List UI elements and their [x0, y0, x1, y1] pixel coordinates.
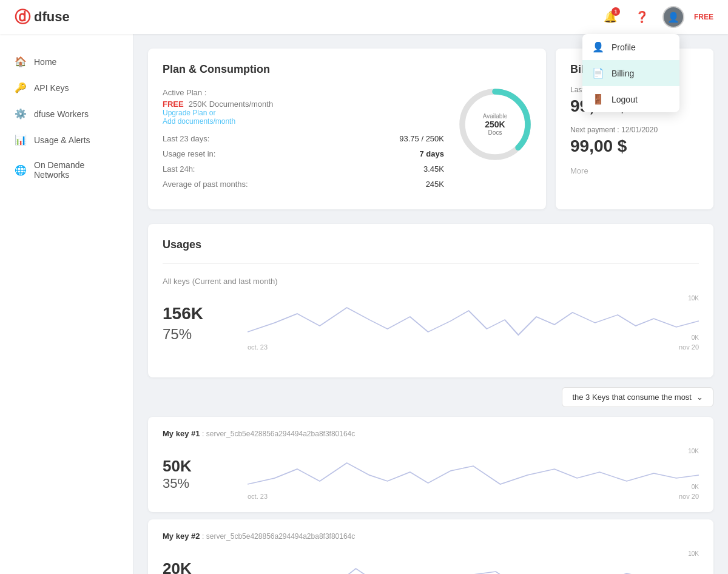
- help-icon: ❓: [635, 10, 649, 24]
- filter-button[interactable]: the 3 Keys that consume the most ⌄: [562, 387, 713, 407]
- api-keys-icon: 🔑: [15, 82, 27, 93]
- key-value-key2: 20K: [163, 559, 248, 575]
- all-keys-chart-labels: oct. 23 nov 20: [248, 343, 699, 351]
- donut-unit: Docs: [483, 129, 507, 136]
- all-keys-label: All keys: [163, 277, 190, 286]
- filter-label: the 3 Keys that consume the most: [572, 393, 692, 402]
- active-plan-label: Active Plan :: [163, 88, 444, 97]
- billing-next-label: Next payment : 12/01/2020: [570, 126, 699, 134]
- usages-card: Usages All keys (Current and last month)…: [148, 224, 713, 377]
- nav-actions: 🔔 1 ❓ 👤 FREE: [599, 6, 713, 28]
- dfuse-workers-icon: ⚙️: [15, 108, 27, 120]
- all-keys-y-top: 10K: [688, 295, 699, 302]
- active-plan-section: Active Plan : FREE 250K Documents/month …: [163, 88, 444, 126]
- logo: ⓓ dfuse: [15, 7, 70, 28]
- dropdown-item-profile[interactable]: 👤 Profile: [582, 34, 679, 60]
- reset-row: Usage reset in: 7 days: [163, 149, 444, 158]
- sidebar: 🏠 Home 🔑 API Keys ⚙️ dfuse Workers 📊 Usa…: [0, 34, 133, 574]
- app-name: dfuse: [34, 9, 70, 25]
- sidebar-item-home[interactable]: 🏠 Home: [0, 49, 133, 75]
- upgrade-plan-link[interactable]: Upgrade Plan or: [163, 109, 444, 117]
- key-y-top-key1: 10K: [688, 448, 699, 454]
- key-section-key1: My key #1 : server_5cb5e428856a294494a2b…: [148, 417, 713, 512]
- avatar-button[interactable]: 👤: [662, 6, 684, 28]
- dropdown-item-logout[interactable]: 🚪 Logout: [582, 86, 679, 112]
- all-keys-x-end: nov 20: [679, 343, 699, 351]
- all-keys-chart: 10K 0K: [248, 295, 699, 341]
- key-chart-area-key2: 10K 0K oct. 23 nov 20: [248, 550, 699, 574]
- keys-container: My key #1 : server_5cb5e428856a294494a2b…: [148, 417, 713, 574]
- donut-value: 250K: [483, 120, 507, 129]
- last-23-days-row: Last 23 days: 93.75 / 250K: [163, 134, 444, 143]
- sidebar-item-usage-alerts-label: Usage & Alerts: [34, 135, 90, 145]
- last-23-days-value: 93.75 / 250K: [399, 134, 444, 143]
- help-button[interactable]: ❓: [631, 6, 653, 28]
- key-row-key1: 50K 35% 10K 0K oct. 23 nov 20: [163, 448, 699, 500]
- all-keys-row: 156K 75% 10K 0K: [163, 295, 699, 351]
- all-keys-percent: 75%: [163, 326, 248, 343]
- sidebar-item-api-keys[interactable]: 🔑 API Keys: [0, 75, 133, 101]
- add-docs-link[interactable]: Add documents/month: [163, 117, 444, 126]
- all-keys-sub: (Current and last month): [192, 277, 278, 286]
- all-keys-chart-area: 10K 0K oct. 23 nov 20: [248, 295, 699, 351]
- plan-card: Plan & Consumption Active Plan : FREE 25…: [148, 49, 546, 209]
- key-section-key2: My key #2 : server_5cb5e428856a294494a2b…: [148, 519, 713, 574]
- key-percent-key1: 35%: [163, 476, 248, 491]
- key-chart-labels-key1: oct. 23 nov 20: [248, 493, 699, 500]
- last-23-days-label: Last 23 days:: [163, 134, 209, 143]
- key-value-key1: 50K: [163, 457, 248, 476]
- layout: 🏠 Home 🔑 API Keys ⚙️ dfuse Workers 📊 Usa…: [0, 34, 728, 574]
- sidebar-item-home-label: Home: [34, 57, 56, 67]
- key-row-key2: 20K 17% 10K 0K oct. 23 nov 20: [163, 550, 699, 574]
- sidebar-item-dfuse-workers[interactable]: ⚙️ dfuse Workers: [0, 101, 133, 127]
- key-stats-key1: 50K 35%: [163, 457, 248, 491]
- avg-value: 245K: [426, 180, 444, 189]
- dropdown-item-billing[interactable]: 📄 Billing: [582, 60, 679, 86]
- key-x-end-key1: nov 20: [679, 493, 699, 500]
- avg-row: Average of past months: 245K: [163, 180, 444, 189]
- usage-alerts-icon: 📊: [15, 134, 27, 146]
- free-badge: FREE: [694, 13, 713, 21]
- key-y-top-key2: 10K: [688, 550, 699, 557]
- filter-chevron-icon: ⌄: [696, 393, 703, 402]
- billing-next-amount: 99,00 $: [570, 137, 699, 156]
- billing-icon: 📄: [592, 67, 604, 79]
- sidebar-item-usage-alerts[interactable]: 📊 Usage & Alerts: [0, 127, 133, 153]
- on-demand-networks-icon: 🌐: [15, 164, 27, 176]
- plan-card-inner: Active Plan : FREE 250K Documents/month …: [163, 88, 531, 195]
- key-header-key1: My key #1 : server_5cb5e428856a294494a2b…: [163, 429, 699, 438]
- last-24h-label: Last 24h:: [163, 164, 195, 174]
- dropdown-menu: 👤 Profile 📄 Billing 🚪 Logout: [582, 34, 679, 112]
- donut-chart: Available 250K Docs: [459, 88, 531, 161]
- sidebar-item-on-demand-networks[interactable]: 🌐 On Demande Networks: [0, 153, 133, 187]
- plan-card-title: Plan & Consumption: [163, 63, 531, 76]
- key-chart-key1: 10K 0K: [248, 448, 699, 490]
- sidebar-item-api-keys-label: API Keys: [34, 83, 69, 93]
- billing-more-link[interactable]: More: [570, 166, 588, 175]
- all-keys-header: All keys (Current and last month): [163, 276, 699, 286]
- plan-details: Active Plan : FREE 250K Documents/month …: [163, 88, 444, 195]
- profile-label: Profile: [612, 42, 636, 52]
- last-24h-row: Last 24h: 3.45K: [163, 164, 444, 174]
- key-header-key2: My key #2 : server_5cb5e428856a294494a2b…: [163, 532, 699, 541]
- main-content: Plan & Consumption Active Plan : FREE 25…: [133, 34, 728, 574]
- key-chart-key2: 10K 0K: [248, 550, 699, 574]
- all-keys-section: All keys (Current and last month) 156K 7…: [163, 263, 699, 351]
- reset-value: 7 days: [420, 149, 444, 158]
- topnav: ⓓ dfuse 🔔 1 ❓ 👤 FREE: [0, 0, 728, 34]
- avg-label: Average of past months:: [163, 180, 248, 189]
- sidebar-item-dfuse-workers-label: dfuse Workers: [34, 109, 89, 119]
- filter-bar: the 3 Keys that consume the most ⌄: [148, 387, 713, 407]
- all-keys-x-start: oct. 23: [248, 343, 268, 351]
- logout-label: Logout: [612, 95, 638, 104]
- all-keys-svg: [248, 295, 699, 341]
- all-keys-y-bottom: 0K: [692, 335, 699, 341]
- notification-badge: 1: [612, 7, 620, 16]
- donut-label: Available 250K Docs: [483, 113, 507, 136]
- key-svg-key2: [248, 550, 699, 574]
- all-keys-value: 156K: [163, 304, 248, 323]
- notification-button[interactable]: 🔔 1: [599, 6, 621, 28]
- all-keys-stats: 156K 75%: [163, 304, 248, 343]
- billing-label: Billing: [612, 69, 634, 78]
- active-plan-value: FREE: [163, 100, 184, 109]
